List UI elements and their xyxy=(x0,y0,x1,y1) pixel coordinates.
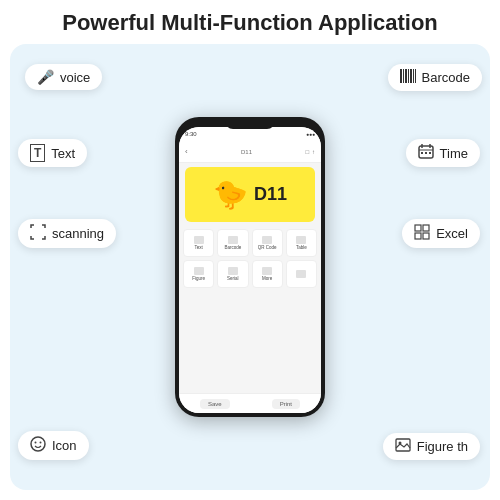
phone-mockup: 9:30 ●●● ‹ D11 □ ↑ 🐤 D11 xyxy=(175,117,325,417)
badge-voice[interactable]: 🎤 voice xyxy=(25,64,102,90)
grid-text-label: Text xyxy=(194,245,202,250)
grid-serial-label: Serial xyxy=(227,276,239,281)
grid-cell-qr[interactable]: QR Code xyxy=(252,229,283,257)
badge-excel-label: Excel xyxy=(436,226,468,241)
grid-more-label: More xyxy=(262,276,272,281)
svg-rect-5 xyxy=(413,69,414,83)
svg-rect-15 xyxy=(423,225,429,231)
nav-icons: □ ↑ xyxy=(305,149,315,155)
grid-cell-table[interactable]: Table xyxy=(286,229,317,257)
label-text: D11 xyxy=(254,184,287,205)
badge-scanning[interactable]: scanning xyxy=(18,219,116,248)
grid-row-1: Text Barcode QR Code Table xyxy=(183,229,317,257)
image-icon xyxy=(395,438,411,455)
badge-barcode-label: Barcode xyxy=(422,70,470,85)
label-preview: 🐤 D11 xyxy=(185,167,315,222)
duck-image: 🐤 xyxy=(213,178,248,211)
text-icon: T xyxy=(30,144,45,162)
svg-rect-11 xyxy=(421,152,423,154)
print-button[interactable]: Print xyxy=(272,399,300,409)
phone-nav-bar: ‹ D11 □ ↑ xyxy=(179,141,321,163)
badge-time-label: Time xyxy=(440,146,468,161)
grid-cell-extra[interactable] xyxy=(286,260,317,288)
grid-barcode-label: Barcode xyxy=(224,245,241,250)
nav-copy-icon[interactable]: □ xyxy=(305,149,309,155)
grid-text-icon xyxy=(194,236,204,244)
badge-text[interactable]: T Text xyxy=(18,139,87,167)
phone-bottom-bar: Save Print xyxy=(179,393,321,413)
svg-point-19 xyxy=(35,442,37,444)
status-icons: ●●● xyxy=(306,131,315,137)
svg-rect-3 xyxy=(408,69,409,83)
nav-title: D11 xyxy=(241,149,252,155)
grid-table-label: Table xyxy=(296,245,307,250)
phone-status-bar: 9:30 ●●● xyxy=(179,127,321,141)
badge-scanning-label: scanning xyxy=(52,226,104,241)
grid-more-icon xyxy=(262,267,272,275)
svg-point-18 xyxy=(31,437,45,451)
phone-notch xyxy=(225,117,275,129)
grid-cell-serial[interactable]: Serial xyxy=(217,260,248,288)
feature-area: 🎤 voice Barcode T Text xyxy=(10,44,490,490)
main-container: Powerful Multi-Function Application 🎤 vo… xyxy=(0,0,500,500)
grid-figure-icon xyxy=(194,267,204,275)
svg-rect-1 xyxy=(403,69,404,83)
badge-time[interactable]: Time xyxy=(406,139,480,167)
svg-point-20 xyxy=(40,442,42,444)
smiley-icon xyxy=(30,436,46,455)
grid-qr-icon xyxy=(262,236,272,244)
badge-icon[interactable]: Icon xyxy=(18,431,89,460)
badge-figure[interactable]: Figure th xyxy=(383,433,480,460)
grid-qr-label: QR Code xyxy=(258,245,277,250)
barcode-icon xyxy=(400,69,416,86)
grid-serial-icon xyxy=(228,267,238,275)
svg-rect-12 xyxy=(425,152,427,154)
badge-barcode[interactable]: Barcode xyxy=(388,64,482,91)
svg-rect-4 xyxy=(410,69,412,83)
grid-barcode-icon xyxy=(228,236,238,244)
grid-cell-barcode[interactable]: Barcode xyxy=(217,229,248,257)
grid-cell-text[interactable]: Text xyxy=(183,229,214,257)
badge-excel[interactable]: Excel xyxy=(402,219,480,248)
status-time: 9:30 xyxy=(185,131,197,137)
svg-rect-13 xyxy=(429,152,431,154)
svg-rect-16 xyxy=(415,233,421,239)
feature-grid: Text Barcode QR Code Table xyxy=(179,226,321,393)
microphone-icon: 🎤 xyxy=(37,69,54,85)
nav-share-icon[interactable]: ↑ xyxy=(312,149,315,155)
svg-rect-0 xyxy=(400,69,402,83)
save-button[interactable]: Save xyxy=(200,399,230,409)
svg-rect-6 xyxy=(415,69,416,83)
page-title: Powerful Multi-Function Application xyxy=(10,10,490,36)
svg-rect-2 xyxy=(405,69,407,83)
badge-text-label: Text xyxy=(51,146,75,161)
badge-icon-label: Icon xyxy=(52,438,77,453)
badge-figure-label: Figure th xyxy=(417,439,468,454)
svg-rect-17 xyxy=(423,233,429,239)
calendar-icon xyxy=(418,144,434,162)
scan-icon xyxy=(30,224,46,243)
grid-table-icon xyxy=(296,236,306,244)
nav-back[interactable]: ‹ xyxy=(185,147,188,156)
badge-voice-label: voice xyxy=(60,70,90,85)
grid-figure-label: Figure xyxy=(192,276,205,281)
grid-row-2: Figure Serial More xyxy=(183,260,317,288)
svg-rect-14 xyxy=(415,225,421,231)
grid-cell-figure[interactable]: Figure xyxy=(183,260,214,288)
grid-cell-more[interactable]: More xyxy=(252,260,283,288)
grid-icon xyxy=(414,224,430,243)
grid-extra-icon xyxy=(296,270,306,278)
phone-screen: 9:30 ●●● ‹ D11 □ ↑ 🐤 D11 xyxy=(179,127,321,413)
